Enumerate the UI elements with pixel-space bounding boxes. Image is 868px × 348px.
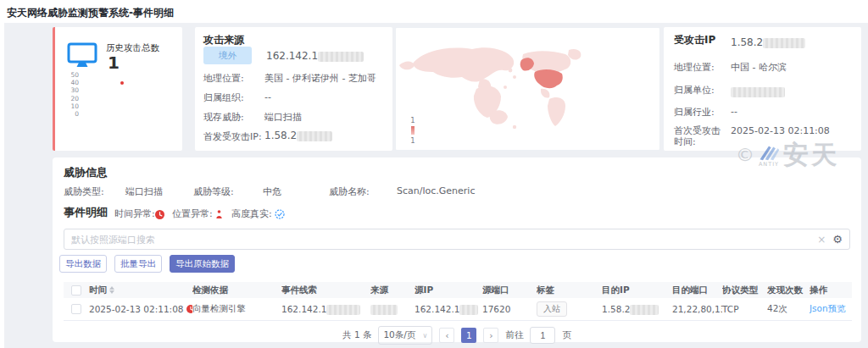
export-data-button[interactable]: 导出数据 xyxy=(59,255,107,273)
pagination: 共 1 条 10条/页∨ ‹ 1 › 前往 页 xyxy=(53,325,861,345)
prev-page-button[interactable]: ‹ xyxy=(439,328,454,343)
col-source-ip: 源IP xyxy=(415,284,482,296)
threat-name-label: 威胁名称: xyxy=(329,185,370,198)
cell-source xyxy=(370,304,415,315)
first-attacked-ip-row: 首发受攻击IP: xyxy=(203,130,262,143)
history-attack-card: 历史攻击总数 1 5040 3020 100 xyxy=(53,27,182,151)
legend-max: 1 xyxy=(409,116,416,124)
world-map xyxy=(396,28,659,150)
first-attack-time-value: 2025-02-13 02:11:08 xyxy=(731,125,830,136)
clock-alert-icon xyxy=(155,207,164,223)
col-tag: 标签 xyxy=(537,284,602,296)
threat-level-value: 中危 xyxy=(263,185,281,198)
page-1-button[interactable]: 1 xyxy=(461,328,476,343)
json-preview-link[interactable]: Json预览 xyxy=(810,303,846,313)
cell-time: 2025-02-13 02:11:08 ... xyxy=(89,304,192,315)
redacted-ip xyxy=(763,38,805,48)
col-dest-port: 目的端口 xyxy=(672,284,722,296)
goto-label: 前往 xyxy=(505,329,523,341)
col-detection-basis: 检测依据 xyxy=(192,284,281,296)
col-source-port: 源端口 xyxy=(482,284,537,296)
geo-location-row: 地理位置: xyxy=(674,61,715,74)
cell-protocol: TCP xyxy=(722,304,767,314)
col-source: 来源 xyxy=(370,284,415,296)
cell-detection-basis: 向量检测引擎 xyxy=(192,303,281,315)
total-count: 共 1 条 xyxy=(342,329,371,341)
batch-export-button[interactable]: 批量导出 xyxy=(114,255,162,273)
cell-source-ip: 162.142.1 xyxy=(415,304,482,315)
col-action: 操作 xyxy=(810,284,852,296)
page-unit-label: 页 xyxy=(562,329,571,341)
mini-chart-data-point xyxy=(120,81,124,85)
first-attacked-ip-value: 1.58.2 xyxy=(264,130,332,141)
owner-unit-row: 归属单位: xyxy=(674,84,715,97)
geo-location-value: 中国 - 哈尔滨 xyxy=(731,61,787,74)
geo-location-value: 美国 - 伊利诺伊州 - 芝加哥 xyxy=(264,72,376,85)
verified-icon xyxy=(275,207,285,223)
goto-page-input[interactable] xyxy=(530,327,555,344)
attack-source-card: 攻击来源 境外 162.142.1 地理位置: 美国 - 伊利诺伊州 - 芝加哥… xyxy=(195,27,392,151)
attacked-ip-title: 受攻击IP xyxy=(674,33,715,47)
attack-source-title: 攻击来源 xyxy=(203,33,244,47)
event-detail-title: 事件明细 xyxy=(64,205,108,220)
world-map-card: 1 1 xyxy=(395,27,660,151)
geo-location-row: 地理位置: xyxy=(203,72,244,85)
clock-alert-icon xyxy=(186,305,192,315)
legend-gradient-bar xyxy=(411,126,415,135)
export-raw-data-button[interactable]: 导出原始数据 xyxy=(170,255,235,273)
search-settings-gear-icon[interactable]: ⚙ xyxy=(832,233,843,246)
time-anomaly-label: 时间异常: xyxy=(114,207,155,220)
col-event-clue: 事件线索 xyxy=(281,284,370,296)
search-input[interactable] xyxy=(71,235,817,245)
cell-event-clue: 162.142.1 xyxy=(281,304,370,315)
cell-source-port: 17620 xyxy=(482,304,537,314)
search-bar: × ⚙ xyxy=(64,229,850,250)
industry-row: 归属行业: xyxy=(674,106,715,119)
high-fidelity-label: 高度真实: xyxy=(231,207,272,220)
map-legend: 1 1 xyxy=(409,116,416,145)
inbound-tag-badge: 入站 xyxy=(537,301,567,317)
redacted-ip xyxy=(318,52,364,62)
cell-dest-ip: 1.58.2 xyxy=(602,304,672,315)
org-row: 归属组织: xyxy=(203,91,244,104)
location-anomaly-label: 位置异常: xyxy=(172,207,213,220)
cell-dest-port: 21,22,80,139, xyxy=(672,304,722,314)
page-size-select[interactable]: 10条/页∨ xyxy=(378,326,432,345)
threat-level-label: 威胁等级: xyxy=(193,185,234,198)
redacted-ip xyxy=(297,131,332,141)
table-row: 2025-02-13 02:11:08 ... 向量检测引擎 162.142.1… xyxy=(64,298,852,321)
mini-chart-y-axis: 5040 3020 100 xyxy=(64,71,79,118)
export-button-row: 导出数据 批量导出 导出原始数据 xyxy=(59,255,235,273)
row-checkbox[interactable] xyxy=(71,304,81,314)
select-all-checkbox[interactable] xyxy=(71,285,81,296)
next-page-button[interactable]: › xyxy=(483,328,498,343)
existing-threat-value: 端口扫描 xyxy=(264,111,302,124)
history-attack-value: 1 xyxy=(108,52,120,73)
col-count: 发现次数 xyxy=(767,284,810,296)
person-alert-icon xyxy=(215,207,223,223)
threat-type-value: 端口扫描 xyxy=(125,185,163,198)
owner-unit-value xyxy=(731,83,785,99)
sort-icon[interactable] xyxy=(109,286,114,294)
industry-value: -- xyxy=(731,106,737,117)
threat-info-title: 威胁信息 xyxy=(64,165,108,180)
attacked-ip-value: 1.58.2 xyxy=(731,36,805,48)
attacked-ip-card: 受攻击IP 1.58.2 地理位置: 中国 - 哈尔滨 归属单位: 归属行业: … xyxy=(664,27,861,151)
table-header: 时间 检测依据 事件线索 来源 源IP 源端口 标签 目的IP 目的端口 协议类… xyxy=(64,282,852,298)
app-window: 安天网络威胁监测预警系统-事件明细 历史攻击总数 1 5040 3020 100… xyxy=(0,0,868,348)
threat-info-panel: 威胁信息 威胁类型: 端口扫描 威胁等级: 中危 威胁名称: Scan/loc.… xyxy=(53,157,861,342)
legend-min: 1 xyxy=(409,136,416,145)
cell-tag: 入站 xyxy=(537,301,602,317)
clear-search-icon[interactable]: × xyxy=(817,234,826,246)
threat-name-value: Scan/loc.Generic xyxy=(397,185,475,196)
col-time[interactable]: 时间 xyxy=(89,284,192,296)
attack-source-ip: 162.142.1 xyxy=(266,50,364,62)
first-attack-time-row: 首次受攻击时间: xyxy=(674,125,726,147)
top-header: 安天网络威胁监测预警系统-事件明细 xyxy=(0,0,868,23)
overseas-badge: 境外 xyxy=(203,47,252,64)
page-title: 安天网络威胁监测预警系统-事件明细 xyxy=(7,6,174,20)
col-protocol: 协议类型 xyxy=(722,284,767,296)
existing-threat-row: 现存威胁: xyxy=(203,111,244,124)
col-dest-ip: 目的IP xyxy=(602,284,672,296)
org-value: -- xyxy=(264,91,271,102)
